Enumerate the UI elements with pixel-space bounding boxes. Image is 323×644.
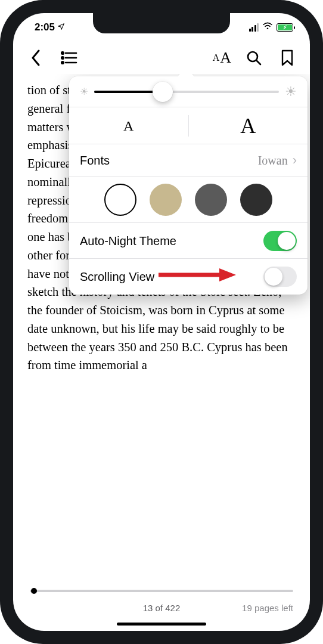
toggle-knob bbox=[265, 268, 282, 286]
brightness-slider[interactable] bbox=[94, 91, 279, 93]
appearance-popover: ☀︎ ☀︎ A A Fonts Iowan › bbox=[69, 76, 308, 295]
toggle-knob bbox=[278, 232, 296, 250]
svg-point-0 bbox=[267, 27, 269, 29]
cellular-icon bbox=[249, 23, 259, 32]
contents-button[interactable] bbox=[58, 47, 80, 69]
svg-marker-10 bbox=[219, 268, 236, 281]
brightness-low-icon: ☀︎ bbox=[80, 85, 88, 99]
status-bar: 2:05 ⚡︎ bbox=[13, 13, 310, 42]
theme-white[interactable] bbox=[104, 184, 136, 216]
brightness-knob[interactable] bbox=[153, 82, 173, 102]
wifi-icon bbox=[262, 22, 273, 33]
search-button[interactable] bbox=[243, 47, 265, 69]
location-icon bbox=[57, 23, 65, 32]
device-frame: 2:05 ⚡︎ AA bbox=[0, 0, 323, 644]
auto-night-row: Auto-Night Theme bbox=[69, 223, 308, 259]
page-position: 13 of 422 bbox=[143, 603, 181, 613]
theme-black[interactable] bbox=[240, 184, 272, 216]
bookmark-button[interactable] bbox=[277, 47, 298, 69]
svg-line-8 bbox=[256, 60, 260, 64]
pages-left: 19 pages left bbox=[242, 603, 293, 613]
fonts-row[interactable]: Fonts Iowan › bbox=[69, 144, 308, 177]
themes-row bbox=[69, 177, 308, 223]
theme-gray[interactable] bbox=[195, 184, 227, 216]
reading-area[interactable]: tion of stoicism and its principal impor… bbox=[13, 74, 310, 586]
auto-night-toggle[interactable] bbox=[263, 231, 297, 251]
text-larger-button[interactable]: A bbox=[189, 110, 308, 142]
footer-labels: 13 of 422 19 pages left bbox=[30, 603, 293, 613]
theme-sepia[interactable] bbox=[150, 184, 182, 216]
home-indicator[interactable] bbox=[117, 623, 206, 626]
page-progress-slider[interactable] bbox=[30, 590, 293, 592]
scrolling-view-row: Scrolling View bbox=[69, 259, 308, 295]
progress-knob[interactable] bbox=[31, 588, 37, 594]
scrolling-view-toggle[interactable] bbox=[263, 267, 297, 287]
brightness-high-icon: ☀︎ bbox=[285, 82, 297, 101]
status-indicators: ⚡︎ bbox=[249, 22, 294, 33]
text-size-row: A A bbox=[69, 107, 308, 144]
auto-night-label: Auto-Night Theme bbox=[80, 232, 263, 250]
callout-arrow-icon bbox=[159, 268, 230, 279]
svg-point-5 bbox=[61, 61, 64, 64]
fonts-value: Iowan bbox=[258, 151, 288, 169]
fonts-label: Fonts bbox=[80, 151, 258, 169]
text-small-icon: A bbox=[213, 52, 220, 63]
svg-point-1 bbox=[61, 52, 64, 54]
screen: 2:05 ⚡︎ AA bbox=[13, 13, 310, 631]
text-large-icon: A bbox=[220, 49, 231, 67]
chevron-right-icon: › bbox=[293, 150, 297, 170]
status-time: 2:05 bbox=[35, 21, 55, 33]
status-time-group: 2:05 bbox=[35, 21, 65, 33]
reader-toolbar: AA bbox=[13, 42, 310, 74]
appearance-button[interactable]: AA bbox=[213, 47, 231, 69]
battery-charging-icon: ⚡︎ bbox=[278, 24, 292, 30]
text-smaller-button[interactable]: A bbox=[69, 115, 189, 137]
back-button[interactable] bbox=[25, 47, 46, 69]
battery-icon: ⚡︎ bbox=[277, 23, 293, 32]
svg-point-3 bbox=[61, 57, 64, 59]
brightness-row: ☀︎ ☀︎ bbox=[69, 76, 308, 107]
